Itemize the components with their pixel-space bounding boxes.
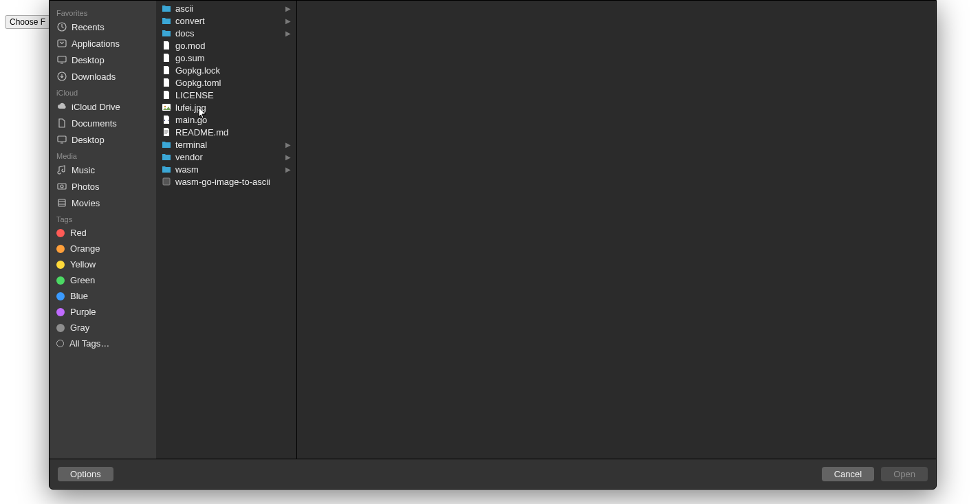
chevron-right-icon: ▶: [285, 5, 291, 12]
exec-icon: [162, 177, 171, 186]
cancel-button[interactable]: Cancel: [822, 467, 874, 481]
open-button[interactable]: Open: [881, 467, 928, 481]
folder-icon: [162, 140, 171, 149]
file-name-label: LICENSE: [175, 90, 291, 100]
folder-icon: [162, 152, 171, 162]
tag-dot-icon: [56, 324, 65, 332]
file-row[interactable]: Gopkg.toml: [156, 76, 296, 89]
chevron-right-icon: ▶: [285, 30, 291, 37]
sidebar-item-label: All Tags…: [69, 338, 109, 349]
sidebar-item-label: Applications: [72, 39, 120, 49]
file-name-label: wasm-go-image-to-ascii: [175, 177, 291, 187]
sidebar-item-icloud-drive[interactable]: iCloud Drive: [50, 98, 156, 115]
camera-icon: [56, 181, 67, 192]
file-name-label: go.mod: [175, 41, 291, 51]
file-row[interactable]: docs▶: [156, 27, 296, 39]
film-icon: [56, 197, 67, 208]
file-row[interactable]: README.md: [156, 126, 296, 138]
sidebar-item-label: Movies: [72, 198, 100, 208]
sidebar-item-photos[interactable]: Photos: [50, 178, 156, 195]
file-name-label: vendor: [175, 152, 281, 162]
file-row[interactable]: vendor▶: [156, 151, 296, 163]
tag-dot-icon: [56, 229, 65, 237]
sidebar-item-label: Purple: [70, 307, 96, 317]
sidebar-item-label: Desktop: [72, 135, 105, 145]
sidebar-tag-blue[interactable]: Blue: [50, 288, 156, 304]
file-row[interactable]: lufei.jpg: [156, 101, 296, 113]
file-name-label: go.sum: [175, 53, 291, 63]
sidebar-tag-purple[interactable]: Purple: [50, 304, 156, 320]
file-name-label: convert: [175, 16, 281, 26]
sidebar-item-movies[interactable]: Movies: [50, 195, 156, 211]
image-icon: [162, 102, 171, 112]
chevron-right-icon: ▶: [285, 17, 291, 25]
sidebar-tag-green[interactable]: Green: [50, 272, 156, 288]
applications-icon: [56, 38, 67, 49]
svg-rect-2: [58, 56, 66, 62]
sidebar-item-label: Music: [72, 165, 95, 175]
sidebar-item-applications[interactable]: Applications: [50, 35, 156, 52]
sidebar-item-desktop-icloud[interactable]: Desktop: [50, 131, 156, 148]
sidebar-item-downloads[interactable]: Downloads: [50, 68, 156, 85]
sidebar-item-all-tags[interactable]: All Tags…: [50, 336, 156, 351]
sidebar-item-music[interactable]: Music: [50, 162, 156, 178]
file-row[interactable]: LICENSE: [156, 89, 296, 101]
preview-pane: [297, 1, 936, 459]
folder-icon: [162, 164, 171, 174]
file-row[interactable]: go.sum: [156, 52, 296, 64]
tag-dot-icon: [56, 292, 65, 300]
dialog-body: Favorites Recents Applications Desktop: [50, 1, 936, 459]
sidebar-item-label: Recents: [72, 22, 105, 32]
file-icon: [162, 41, 171, 50]
sidebar-item-label: Photos: [72, 182, 99, 192]
sidebar-item-documents[interactable]: Documents: [50, 115, 156, 131]
file-row[interactable]: wasm▶: [156, 163, 296, 175]
file-row[interactable]: ascii▶: [156, 2, 296, 14]
chevron-right-icon: ▶: [285, 141, 291, 149]
tag-dot-icon: [56, 261, 65, 269]
file-row[interactable]: terminal▶: [156, 138, 296, 151]
file-name-label: Gopkg.toml: [175, 78, 291, 88]
clock-icon: [56, 21, 67, 32]
sidebar-item-recents[interactable]: Recents: [50, 19, 156, 35]
options-button[interactable]: Options: [58, 467, 113, 481]
file-row[interactable]: main.go: [156, 113, 296, 126]
sidebar-tag-gray[interactable]: Gray: [50, 320, 156, 336]
documents-icon: [56, 118, 67, 129]
sidebar-item-label: Green: [70, 275, 95, 285]
file-name-label: main.go: [175, 115, 291, 125]
dialog-footer: Options Cancel Open: [50, 459, 936, 489]
tag-dot-icon: [56, 245, 65, 253]
file-name-label: README.md: [175, 127, 291, 138]
file-column[interactable]: ascii▶convert▶docs▶go.modgo.sumGopkg.loc…: [156, 1, 297, 459]
choose-file-button[interactable]: Choose F: [5, 15, 50, 29]
file-row[interactable]: go.mod: [156, 39, 296, 52]
sidebar-item-label: Orange: [70, 243, 100, 254]
svg-rect-5: [58, 184, 66, 189]
file-row[interactable]: wasm-go-image-to-ascii: [156, 175, 296, 188]
file-icon: [162, 78, 171, 87]
sidebar-item-label: Documents: [72, 118, 117, 129]
sidebar-tag-orange[interactable]: Orange: [50, 241, 156, 256]
chevron-right-icon: ▶: [285, 166, 291, 173]
sidebar-item-label: Desktop: [72, 55, 105, 65]
all-tags-icon: [56, 340, 64, 347]
file-name-label: lufei.jpg: [175, 102, 291, 113]
sidebar-item-label: Blue: [70, 291, 88, 301]
file-open-dialog: Favorites Recents Applications Desktop: [49, 0, 937, 490]
svg-rect-10: [163, 178, 170, 185]
sidebar-item-label: Yellow: [70, 259, 96, 270]
sidebar-item-label: Gray: [70, 322, 89, 333]
svg-rect-7: [58, 199, 65, 206]
sidebar-item-desktop[interactable]: Desktop: [50, 52, 156, 68]
file-row[interactable]: Gopkg.lock: [156, 64, 296, 76]
sidebar: Favorites Recents Applications Desktop: [50, 1, 156, 459]
sidebar-tag-yellow[interactable]: Yellow: [50, 256, 156, 272]
file-icon: [162, 65, 171, 75]
svg-point-6: [61, 185, 63, 188]
file-name-label: terminal: [175, 140, 281, 150]
file-row[interactable]: convert▶: [156, 14, 296, 27]
sidebar-tag-red[interactable]: Red: [50, 225, 156, 241]
sidebar-item-label: Downloads: [72, 72, 116, 82]
folder-icon: [162, 3, 171, 13]
